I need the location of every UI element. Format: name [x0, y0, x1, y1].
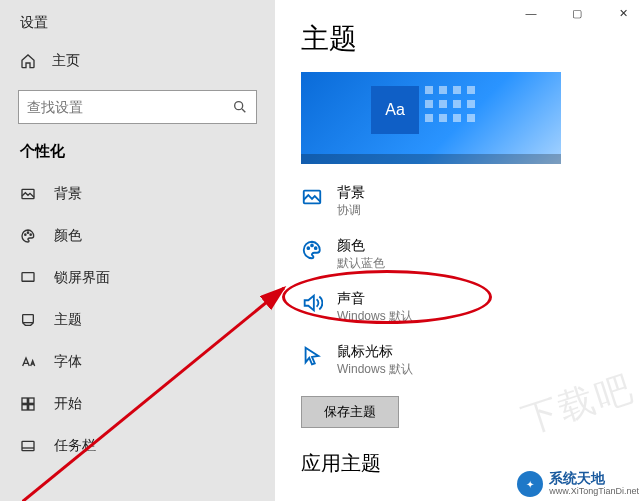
- search-input[interactable]: [27, 99, 232, 115]
- preview-tile: Aa: [371, 86, 419, 134]
- theme-preview[interactable]: Aa: [301, 72, 561, 164]
- minimize-button[interactable]: —: [517, 2, 545, 24]
- svg-point-3: [27, 232, 28, 233]
- sidebar-item-label: 背景: [54, 185, 82, 203]
- setting-sub: 协调: [337, 202, 365, 219]
- preview-dots: [425, 86, 475, 122]
- home-label: 主页: [52, 52, 80, 70]
- setting-sub: Windows 默认: [337, 308, 413, 325]
- svg-rect-5: [22, 273, 34, 282]
- palette-icon: [20, 228, 36, 244]
- svg-point-0: [235, 102, 243, 110]
- home-link[interactable]: 主页: [0, 42, 275, 80]
- maximize-button[interactable]: ▢: [563, 2, 591, 24]
- preview-taskbar: [301, 154, 561, 164]
- cursor-icon: [301, 345, 323, 367]
- search-box[interactable]: [18, 90, 257, 124]
- setting-background[interactable]: 背景 协调: [301, 174, 643, 227]
- sound-icon: [301, 292, 323, 314]
- window-controls: — ▢ ✕: [517, 2, 637, 24]
- setting-label: 颜色: [337, 237, 385, 255]
- svg-point-15: [315, 247, 317, 249]
- app-title: 设置: [0, 0, 275, 42]
- home-icon: [20, 53, 36, 69]
- svg-point-2: [25, 234, 26, 235]
- setting-sub: 默认蓝色: [337, 255, 385, 272]
- setting-colors[interactable]: 颜色 默认蓝色: [301, 227, 643, 280]
- setting-label: 鼠标光标: [337, 343, 413, 361]
- setting-label: 背景: [337, 184, 365, 202]
- svg-point-14: [311, 245, 313, 247]
- sidebar-item-colors[interactable]: 颜色: [0, 215, 275, 257]
- close-button[interactable]: ✕: [609, 2, 637, 24]
- svg-point-4: [30, 234, 31, 235]
- setting-cursor[interactable]: 鼠标光标 Windows 默认: [301, 333, 643, 386]
- setting-sub: Windows 默认: [337, 361, 413, 378]
- palette-icon: [301, 239, 323, 261]
- setting-label: 声音: [337, 290, 413, 308]
- svg-point-13: [307, 247, 309, 249]
- save-theme-button[interactable]: 保存主题: [301, 396, 399, 428]
- main-panel: — ▢ ✕ 主题 Aa 背景 协调 颜色 默认: [275, 0, 643, 501]
- sidebar-item-background[interactable]: 背景: [0, 173, 275, 215]
- search-icon: [232, 99, 248, 115]
- image-icon: [301, 186, 323, 208]
- sidebar-section-title: 个性化: [0, 138, 275, 173]
- setting-sounds[interactable]: 声音 Windows 默认: [301, 280, 643, 333]
- svg-line-16: [22, 288, 284, 501]
- sidebar-item-label: 颜色: [54, 227, 82, 245]
- annotation-arrow: [22, 282, 292, 501]
- apply-theme-heading: 应用主题: [301, 446, 643, 477]
- image-icon: [20, 186, 36, 202]
